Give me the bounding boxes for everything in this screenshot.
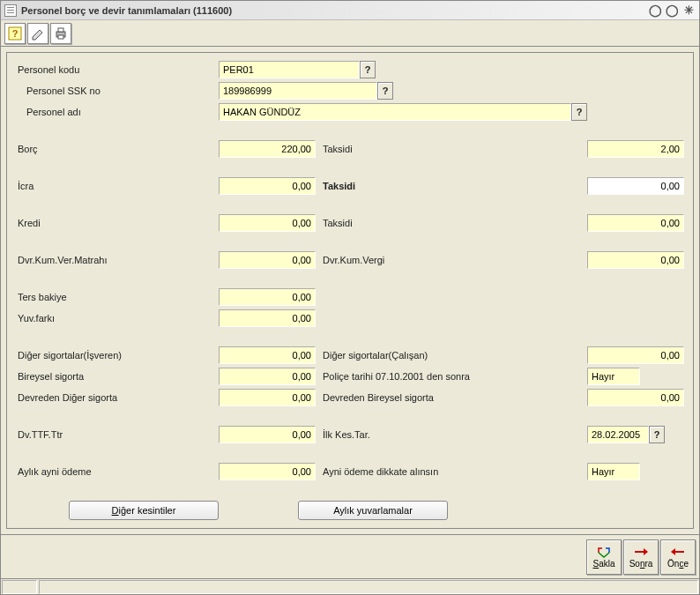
- label-devreden-diger: Devreden Diğer sigorta: [16, 392, 219, 403]
- bottom-buttons: Diğer kesintiler Aylık yuvarlamalar: [69, 501, 684, 520]
- label-diger-sig-calisan: Diğer sigortalar(Çalışan): [316, 350, 501, 361]
- label-borc-taksidi: Taksidi: [316, 144, 501, 154]
- form-panel: Personel kodu ? Personel SSK no ? Person…: [6, 52, 694, 529]
- row-personel-kodu: Personel kodu ?: [16, 60, 684, 79]
- maximize-icon[interactable]: ◯: [665, 3, 679, 17]
- row-kredi: Kredi Taksidi: [16, 213, 684, 233]
- input-bireysel[interactable]: [219, 368, 316, 385]
- lookup-personel-adi[interactable]: ?: [571, 103, 587, 121]
- input-kredi-taksidi[interactable]: [587, 214, 684, 232]
- save-icon: [596, 546, 612, 558]
- label-ters-bakiye: Ters bakiye: [16, 292, 219, 302]
- label-personel-adi: Personel adı: [16, 107, 219, 117]
- input-borc-taksidi[interactable]: [587, 140, 684, 158]
- label-dvrkum: Dvr.Kum.Ver.Matrahı: [16, 255, 219, 265]
- label-police: Poliçe tarihi 07.10.2001 den sonra: [316, 371, 501, 382]
- app-window: Personel borç ve devir tanımlamaları (11…: [0, 0, 700, 595]
- svg-marker-10: [671, 548, 675, 555]
- label-aylik-ayni: Aylık ayni ödeme: [16, 466, 219, 477]
- row-yuv-farki: Yuv.farkı: [16, 309, 684, 328]
- btn-aylik-label: Aylık yuvarlamalar: [333, 505, 413, 516]
- label-personel-kodu: Personel kodu: [16, 64, 219, 75]
- once-post: e: [683, 559, 689, 569]
- row-ters-bakiye: Ters bakiye: [16, 287, 684, 307]
- row-borc: Borç Taksidi: [16, 139, 684, 159]
- label-icra-taksidi: Taksidi: [316, 181, 501, 191]
- edit-button[interactable]: [27, 23, 48, 44]
- input-devreden-diger[interactable]: [219, 389, 316, 406]
- label-yuv-farki: Yuv.farkı: [16, 313, 219, 324]
- btn-diger-label: iğer kesintiler: [119, 505, 176, 516]
- input-dvttf[interactable]: [219, 426, 316, 443]
- label-dvttf: Dv.TTF.Ttr: [16, 429, 219, 440]
- label-devreden-bireysel: Devreden Bireysel sigorta: [316, 392, 501, 403]
- input-diger-sig-isv[interactable]: [219, 346, 316, 364]
- close-icon[interactable]: ✳: [681, 3, 696, 17]
- label-diger-sig-isv: Diğer sigortalar(İşveren): [16, 350, 219, 361]
- row-icra: İcra Taksidi: [16, 176, 684, 196]
- sonra-post: ra: [644, 559, 652, 569]
- row-diger-sig-isv: Diğer sigortalar(İşveren) Diğer sigortal…: [16, 346, 684, 365]
- svg-rect-5: [58, 28, 63, 32]
- row-aylik-ayni: Aylık ayni ödeme Ayni ödeme dikkate alın…: [16, 462, 684, 481]
- input-diger-sig-calisan[interactable]: [587, 346, 684, 364]
- aylik-yuvarlamalar-button[interactable]: Aylık yuvarlamalar: [298, 501, 448, 520]
- input-ilk-kes[interactable]: [587, 426, 649, 443]
- statusbar: [1, 578, 699, 594]
- svg-rect-6: [58, 35, 63, 39]
- input-borc[interactable]: [219, 140, 316, 158]
- sakla-rest: akla: [599, 559, 614, 569]
- print-button[interactable]: [50, 23, 71, 44]
- input-aylik-ayni[interactable]: [219, 463, 316, 480]
- input-personel-kodu[interactable]: [219, 61, 360, 78]
- label-personel-ssk: Personel SSK no: [16, 86, 219, 96]
- label-bireysel: Bireysel sigorta: [16, 371, 219, 382]
- window-controls: ◯ ◯ ✳: [648, 3, 696, 17]
- input-devreden-bireysel[interactable]: [587, 389, 684, 406]
- input-ayni-dikkate[interactable]: [587, 463, 640, 480]
- sonra-pre: So: [629, 559, 640, 569]
- input-dvrkum-vergi[interactable]: [587, 251, 684, 269]
- svg-text:?: ?: [12, 28, 19, 39]
- input-icra-taksidi[interactable]: [587, 177, 684, 195]
- input-yuv-farki[interactable]: [219, 309, 316, 327]
- label-kredi-taksidi: Taksidi: [316, 218, 501, 228]
- help-button[interactable]: ?: [4, 23, 26, 44]
- row-personel-ssk: Personel SSK no ?: [16, 81, 684, 100]
- toolbar: ?: [1, 20, 699, 47]
- minimize-icon[interactable]: ◯: [648, 3, 662, 17]
- arrow-left-icon: [670, 546, 686, 558]
- window-title: Personel borç ve devir tanımlamaları (11…: [21, 5, 232, 16]
- input-personel-adi[interactable]: [219, 103, 571, 121]
- label-ayni-dikkate: Ayni ödeme dikkate alınsın: [316, 466, 501, 477]
- input-dvrkum[interactable]: [219, 251, 316, 269]
- input-icra[interactable]: [219, 177, 316, 195]
- row-dvttf: Dv.TTF.Ttr İlk Kes.Tar. ?: [16, 425, 684, 444]
- input-kredi[interactable]: [219, 214, 316, 232]
- input-ters-bakiye[interactable]: [219, 288, 316, 306]
- diger-kesintiler-button[interactable]: Diğer kesintiler: [69, 501, 219, 520]
- status-segment-1: [2, 580, 37, 594]
- lookup-personel-kodu[interactable]: ?: [360, 61, 376, 78]
- once-button[interactable]: Önce: [660, 539, 696, 575]
- content-area: Personel kodu ? Personel SSK no ? Person…: [1, 47, 699, 534]
- sonra-button[interactable]: Sonra: [623, 539, 659, 575]
- row-dvrkum: Dvr.Kum.Ver.Matrahı Dvr.Kum.Vergi: [16, 250, 684, 270]
- sakla-button[interactable]: Sakla: [586, 539, 622, 575]
- lookup-personel-ssk[interactable]: ?: [377, 82, 393, 100]
- lookup-ilk-kes[interactable]: ?: [649, 426, 665, 443]
- input-police[interactable]: [587, 368, 640, 385]
- label-icra: İcra: [16, 181, 219, 191]
- label-ilk-kes: İlk Kes.Tar.: [316, 429, 501, 440]
- app-icon: [4, 4, 17, 17]
- status-segment-2: [39, 580, 698, 594]
- label-borc: Borç: [16, 144, 219, 154]
- row-personel-adi: Personel adı ?: [16, 102, 684, 122]
- label-kredi: Kredi: [16, 218, 219, 228]
- input-personel-ssk[interactable]: [219, 82, 377, 100]
- row-bireysel: Bireysel sigorta Poliçe tarihi 07.10.200…: [16, 367, 684, 386]
- titlebar: Personel borç ve devir tanımlamaları (11…: [1, 1, 699, 20]
- svg-marker-8: [644, 548, 648, 555]
- once-pre: Ön: [667, 559, 679, 569]
- label-dvrkum-vergi: Dvr.Kum.Vergi: [316, 255, 501, 265]
